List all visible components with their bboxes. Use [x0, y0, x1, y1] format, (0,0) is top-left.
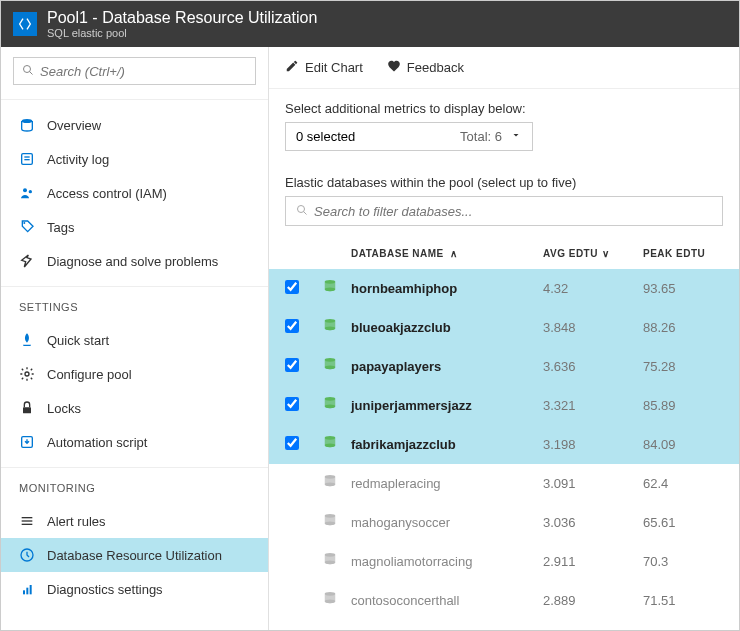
svg-point-2: [22, 119, 33, 123]
db-avg-edtu: 3.091: [543, 476, 643, 491]
database-icon: [321, 590, 351, 611]
sidebar-item-diagnostics[interactable]: Diagnostics settings: [1, 572, 268, 606]
automation-icon: [19, 434, 35, 450]
access-control-icon: [19, 185, 35, 201]
feedback-button[interactable]: Feedback: [387, 59, 464, 76]
sidebar-search[interactable]: [13, 57, 256, 85]
sidebar-item-overview[interactable]: Overview: [1, 108, 268, 142]
diagnostics-icon: [19, 581, 35, 597]
sidebar-item-diagnose[interactable]: Diagnose and solve problems: [1, 244, 268, 278]
page-subtitle: SQL elastic pool: [47, 27, 317, 39]
db-name: blueoakjazzclub: [351, 320, 543, 335]
db-avg-edtu: 2.911: [543, 554, 643, 569]
toolbar: Edit Chart Feedback: [269, 47, 739, 89]
metrics-label: Select additional metrics to display bel…: [285, 101, 723, 116]
sidebar-item-quick-start[interactable]: Quick start: [1, 323, 268, 357]
quick-start-icon: [19, 332, 35, 348]
svg-point-36: [325, 560, 336, 564]
blade-header: Pool1 - Database Resource Utilization SQ…: [1, 1, 739, 47]
table-row[interactable]: dogwooddojo2.73157.49: [269, 620, 739, 631]
svg-point-28: [325, 404, 336, 408]
sidebar-item-access-control[interactable]: Access control (IAM): [1, 176, 268, 210]
svg-point-38: [325, 599, 336, 603]
table-row[interactable]: papayaplayers3.63675.28: [269, 347, 739, 386]
pencil-icon: [285, 59, 299, 76]
sidebar-item-label: Locks: [47, 401, 81, 416]
settings-heading: SETTINGS: [1, 291, 268, 319]
svg-rect-17: [26, 588, 28, 595]
table-header: DATABASE NAME ∧ AVG EDTU ∨ PEAK EDTU: [269, 238, 739, 269]
tags-icon: [19, 219, 35, 235]
heart-icon: [387, 59, 401, 76]
db-name: magnoliamotorracing: [351, 554, 543, 569]
metrics-dropdown[interactable]: 0 selected Total: 6: [285, 122, 533, 151]
alert-rules-icon: [19, 513, 35, 529]
svg-point-34: [325, 521, 336, 525]
table-row[interactable]: blueoakjazzclub3.84888.26: [269, 308, 739, 347]
sidebar-item-label: Overview: [47, 118, 101, 133]
sidebar-item-label: Activity log: [47, 152, 109, 167]
db-peak-edtu: 62.4: [643, 476, 723, 491]
sidebar-item-label: Diagnostics settings: [47, 582, 163, 597]
sidebar-item-tags[interactable]: Tags: [1, 210, 268, 244]
svg-line-20: [304, 212, 307, 215]
chevron-down-icon: [510, 129, 522, 144]
col-peak-edtu[interactable]: PEAK EDTU: [643, 248, 723, 259]
svg-point-19: [298, 206, 305, 213]
db-peak-edtu: 70.3: [643, 554, 723, 569]
row-checkbox[interactable]: [285, 436, 299, 450]
edit-chart-button[interactable]: Edit Chart: [285, 59, 363, 76]
col-database-name[interactable]: DATABASE NAME ∧: [351, 248, 543, 259]
sidebar-item-label: Automation script: [47, 435, 147, 450]
svg-point-24: [325, 326, 336, 330]
svg-point-26: [325, 365, 336, 369]
sidebar-item-configure-pool[interactable]: Configure pool: [1, 357, 268, 391]
sidebar-item-label: Tags: [47, 220, 74, 235]
db-avg-edtu: 3.848: [543, 320, 643, 335]
table-row[interactable]: fabrikamjazzclub3.19884.09: [269, 425, 739, 464]
sort-asc-icon: ∧: [450, 248, 458, 259]
blade-icon: [13, 12, 37, 36]
table-row[interactable]: redmapleracing3.09162.4: [269, 464, 739, 503]
row-checkbox[interactable]: [285, 358, 299, 372]
table-row[interactable]: magnoliamotorracing2.91170.3: [269, 542, 739, 581]
table-row[interactable]: juniperjammersjazz3.32185.89: [269, 386, 739, 425]
db-name: redmapleracing: [351, 476, 543, 491]
sidebar-item-label: Alert rules: [47, 514, 106, 529]
db-avg-edtu: 2.889: [543, 593, 643, 608]
sidebar: OverviewActivity logAccess control (IAM)…: [1, 47, 269, 631]
metrics-total: Total: 6: [460, 129, 502, 144]
configure-pool-icon: [19, 366, 35, 382]
svg-point-6: [23, 188, 27, 192]
table-row[interactable]: mahoganysoccer3.03665.61: [269, 503, 739, 542]
db-filter[interactable]: [285, 196, 723, 226]
row-checkbox[interactable]: [285, 397, 299, 411]
db-name: juniperjammersjazz: [351, 398, 543, 413]
database-icon: [321, 551, 351, 572]
table-body: hornbeamhiphop4.3293.65blueoakjazzclub3.…: [269, 269, 739, 631]
sidebar-item-automation[interactable]: Automation script: [1, 425, 268, 459]
edit-chart-label: Edit Chart: [305, 60, 363, 75]
page-title: Pool1 - Database Resource Utilization: [47, 9, 317, 27]
table-row[interactable]: contosoconcerthall2.88971.51: [269, 581, 739, 620]
sidebar-item-activity-log[interactable]: Activity log: [1, 142, 268, 176]
svg-point-8: [23, 222, 25, 224]
database-icon: [321, 356, 351, 377]
sidebar-item-alert-rules[interactable]: Alert rules: [1, 504, 268, 538]
col-avg-edtu[interactable]: AVG EDTU ∨: [543, 248, 643, 259]
table-row[interactable]: hornbeamhiphop4.3293.65: [269, 269, 739, 308]
db-filter-input[interactable]: [314, 204, 712, 219]
row-checkbox[interactable]: [285, 280, 299, 294]
activity-log-icon: [19, 151, 35, 167]
sidebar-item-locks[interactable]: Locks: [1, 391, 268, 425]
sidebar-item-db-resource[interactable]: Database Resource Utilization: [1, 538, 268, 572]
svg-line-1: [30, 72, 33, 75]
search-input[interactable]: [40, 64, 247, 79]
row-checkbox[interactable]: [285, 319, 299, 333]
db-resource-icon: [19, 547, 35, 563]
sidebar-item-label: Configure pool: [47, 367, 132, 382]
db-name: contosoconcerthall: [351, 593, 543, 608]
db-peak-edtu: 93.65: [643, 281, 723, 296]
db-name: fabrikamjazzclub: [351, 437, 543, 452]
sort-desc-icon: ∨: [602, 248, 610, 259]
